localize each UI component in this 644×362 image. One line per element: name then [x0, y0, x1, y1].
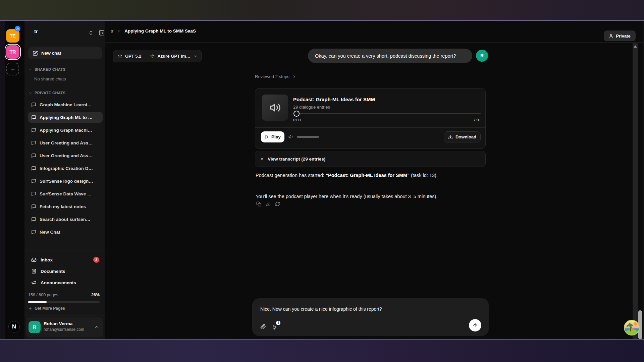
message-composer: Nice. Now can you create a nice infograp… [252, 298, 489, 336]
speaker-icon [269, 102, 281, 113]
model-selector-secondary[interactable]: Azure GPT Im… [146, 50, 202, 62]
message-square-icon [31, 140, 36, 145]
chat-list-item-active[interactable]: Applying Graph ML to … [28, 112, 103, 123]
message-square-icon [31, 128, 36, 133]
chat-list-item[interactable]: Fetch my latest notes [28, 201, 103, 212]
user-name: Rohan Verma [44, 321, 72, 326]
sidebar: tr New chat SHARED CHATS No shared chats… [24, 21, 105, 339]
message-square-icon [31, 115, 36, 120]
download-icon [448, 135, 453, 139]
message-actions [256, 201, 281, 207]
breadcrumb: tr Applying Graph ML to SMM SaaS [111, 28, 196, 34]
workspace-avatar-tr-selected[interactable]: TR [6, 45, 19, 59]
chevron-right-icon [117, 29, 121, 33]
chat-list-item[interactable]: User Greeting and Ass… [28, 137, 103, 148]
app-window: TE TR N tr New chat SHARED CHATS N [5, 21, 643, 339]
usage-progress-fill [28, 301, 47, 303]
members-badge-icon [15, 26, 20, 32]
assistant-status-line2: You’ll see the podcast player here when … [256, 194, 437, 199]
chat-list-item[interactable]: User Greeting and Ass… [28, 150, 103, 161]
pages-used-label: 158 / 600 pages [28, 293, 58, 297]
attach-file-button[interactable] [260, 324, 266, 329]
usage-summary: 158 / 600 pages 26% [28, 293, 100, 297]
divider [255, 127, 485, 128]
collapse-sidebar-icon[interactable] [99, 30, 105, 36]
usage-progress-bar [28, 301, 100, 303]
user-avatar: R [29, 321, 41, 333]
play-button[interactable]: Play [261, 131, 284, 142]
message-square-icon [31, 230, 36, 235]
desktop-wallpaper-top [0, 0, 644, 21]
sidebar-item-inbox[interactable]: Inbox 3 [28, 254, 103, 265]
connectors-button[interactable] [272, 324, 277, 330]
get-more-pages-button[interactable]: Get More Pages [28, 306, 65, 311]
volume-icon[interactable] [288, 134, 294, 139]
new-chat-button[interactable]: New chat [28, 47, 102, 59]
volume-slider[interactable] [297, 136, 319, 138]
chevron-down-icon [193, 54, 198, 59]
chat-scrollbar[interactable] [633, 43, 638, 339]
message-square-icon [31, 204, 36, 209]
chat-list-item[interactable]: Infographic Creation D… [28, 163, 103, 174]
sidebar-item-documents[interactable]: Documents [28, 266, 103, 277]
tropical-extension-badge[interactable] [624, 320, 640, 336]
regenerate-button[interactable] [274, 201, 281, 207]
model-selector-primary[interactable]: GPT 5.2 [113, 50, 146, 62]
assistant-status-line1: Podcast generation has started: “Podcast… [256, 173, 438, 178]
message-square-icon [31, 166, 36, 171]
pages-used-percent: 26% [91, 293, 100, 297]
download-message-button[interactable] [265, 201, 271, 207]
desktop-wallpaper-bottom [0, 339, 644, 362]
view-transcript-toggle[interactable]: View transcript (29 entries) [255, 151, 486, 167]
scroll-up-arrow[interactable] [634, 45, 637, 48]
inbox-icon [31, 257, 37, 262]
message-input[interactable]: Nice. Now can you create a nice infograp… [260, 306, 382, 312]
podcast-subtitle: 29 dialogue entries [293, 105, 330, 110]
arrow-up-icon [472, 322, 478, 328]
message-square-icon [31, 191, 36, 196]
plus-icon [10, 67, 15, 72]
send-button[interactable] [469, 319, 481, 331]
reviewed-steps-toggle[interactable]: Reviewed 2 steps [255, 74, 297, 79]
workspace-rail: TE TR N [5, 21, 24, 339]
breadcrumb-root[interactable]: tr [111, 28, 113, 34]
workspace-switcher-icon[interactable] [88, 30, 94, 36]
edit-pencil-icon [33, 51, 38, 56]
paperclip-icon [260, 324, 266, 329]
chat-list-item[interactable]: SurfSense logo design… [28, 176, 103, 186]
chat-list-item[interactable]: Search about surfsen… [28, 214, 103, 225]
nextjs-dev-button[interactable]: N [8, 321, 20, 333]
download-button[interactable]: Download [444, 131, 481, 142]
breadcrumb-current: Applying Graph ML to SMM SaaS [124, 28, 196, 34]
shared-chats-section-header[interactable]: SHARED CHATS [29, 67, 66, 71]
chat-list-item[interactable]: Graph Machine Learni… [28, 99, 103, 110]
user-account-menu[interactable]: R Rohan Verma rohan@surfsense.com [26, 317, 103, 337]
copy-button[interactable] [256, 201, 262, 207]
shared-chats-empty-label: No shared chats [34, 76, 66, 81]
chat-list-item[interactable]: Applying Graph Machi… [28, 125, 103, 135]
message-user-avatar: R [476, 50, 488, 62]
message-square-icon [31, 179, 36, 184]
megaphone-icon [31, 280, 37, 285]
chevron-right-icon [292, 74, 297, 79]
model-selector: GPT 5.2 Azure GPT Im… [113, 50, 202, 62]
podcast-player-card: Podcast: Graph-ML Ideas for SMM 29 dialo… [255, 88, 486, 149]
user-email: rohan@surfsense.com [44, 327, 84, 332]
chevron-down-icon [29, 91, 32, 95]
duration-time: 7:01 [468, 118, 481, 122]
plus-icon [28, 306, 32, 310]
documents-icon [31, 268, 37, 274]
sidebar-header: tr [24, 21, 105, 44]
plug-icon [272, 324, 277, 330]
chat-list-item[interactable]: SurfSense Data Wave … [28, 188, 103, 199]
seek-slider-track[interactable] [297, 113, 481, 114]
sidebar-item-announcements[interactable]: Announcements [28, 277, 103, 288]
podcast-title: Podcast: Graph-ML Ideas for SMM [293, 97, 375, 102]
private-visibility-button[interactable]: Private [604, 31, 636, 41]
chat-list-item[interactable]: New Chat [28, 227, 103, 237]
private-chats-section-header[interactable]: PRIVATE CHATS [29, 91, 66, 95]
add-workspace-button[interactable] [6, 63, 19, 75]
triangle-right-icon [261, 157, 264, 161]
seek-slider-thumb[interactable] [293, 111, 300, 117]
message-square-icon [31, 102, 36, 107]
